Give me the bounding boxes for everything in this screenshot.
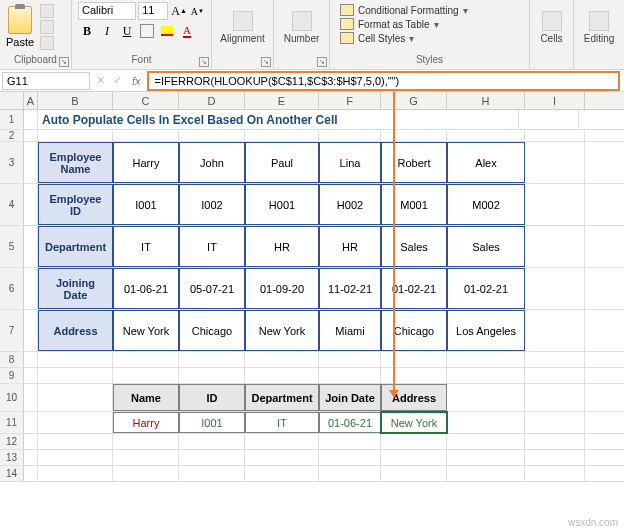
table-cell[interactable]: Harry — [113, 142, 179, 183]
conditional-formatting-button[interactable]: Conditional Formatting▾ — [340, 4, 519, 16]
table-cell[interactable]: 01-02-21 — [447, 268, 525, 309]
table-cell[interactable]: Los Angeles — [447, 310, 525, 351]
alignment-icon[interactable] — [233, 11, 253, 31]
clipboard-launcher[interactable]: ↘ — [59, 57, 69, 67]
name-box[interactable]: G11 — [2, 72, 90, 90]
row-header-2[interactable]: 2 — [0, 130, 24, 141]
format-as-table-button[interactable]: Format as Table▾ — [340, 18, 519, 30]
col-header-F[interactable]: F — [319, 92, 381, 109]
lookup-address[interactable]: New York — [381, 412, 447, 433]
fill-color-button[interactable] — [158, 22, 176, 40]
enter-icon[interactable]: ✓ — [109, 74, 126, 87]
table-cell[interactable]: New York — [245, 310, 319, 351]
col-header-A[interactable]: A — [24, 92, 38, 109]
table-cell[interactable]: IT — [179, 226, 245, 267]
table-cell[interactable]: HR — [319, 226, 381, 267]
cells-icon[interactable] — [542, 11, 562, 31]
table-cell[interactable]: I002 — [179, 184, 245, 225]
table-cell[interactable]: 11-02-21 — [319, 268, 381, 309]
underline-button[interactable]: U — [118, 22, 136, 40]
table-cell[interactable]: New York — [113, 310, 179, 351]
lookup-header[interactable]: Department — [245, 384, 319, 411]
lookup-name[interactable]: Harry — [113, 412, 179, 433]
row-header-10[interactable]: 10 — [0, 384, 24, 411]
lookup-header[interactable]: Name — [113, 384, 179, 411]
bold-button[interactable]: B — [78, 22, 96, 40]
cell[interactable] — [24, 130, 38, 141]
table-cell[interactable]: HR — [245, 226, 319, 267]
table-cell[interactable]: Robert — [381, 142, 447, 183]
font-launcher[interactable]: ↘ — [199, 57, 209, 67]
row-header-1[interactable]: 1 — [0, 110, 24, 129]
table-cell[interactable]: 05-07-21 — [179, 268, 245, 309]
border-button[interactable] — [140, 24, 154, 38]
table-cell[interactable]: 01-06-21 — [113, 268, 179, 309]
table-cell[interactable]: Lina — [319, 142, 381, 183]
page-title[interactable]: Auto Populate Cells In Excel Based On An… — [38, 110, 519, 129]
table-cell[interactable]: M001 — [381, 184, 447, 225]
table-row-header[interactable]: Employee ID — [38, 184, 113, 225]
cancel-icon[interactable]: ✕ — [92, 74, 109, 87]
grow-font-button[interactable]: A▲ — [170, 2, 188, 20]
row-header-13[interactable]: 13 — [0, 450, 24, 465]
lookup-department[interactable]: IT — [245, 412, 319, 433]
col-header-E[interactable]: E — [245, 92, 319, 109]
row-header-4[interactable]: 4 — [0, 184, 24, 225]
table-row-header[interactable]: Employee Name — [38, 142, 113, 183]
shrink-font-button[interactable]: A▼ — [190, 2, 205, 20]
row-header-5[interactable]: 5 — [0, 226, 24, 267]
alignment-launcher[interactable]: ↘ — [261, 57, 271, 67]
table-cell[interactable]: Miami — [319, 310, 381, 351]
col-header-B[interactable]: B — [38, 92, 113, 109]
row-header-12[interactable]: 12 — [0, 434, 24, 449]
number-icon[interactable] — [292, 11, 312, 31]
cell-styles-button[interactable]: Cell Styles▾ — [340, 32, 519, 44]
paste-button[interactable]: Paste — [6, 6, 34, 48]
table-cell[interactable]: Paul — [245, 142, 319, 183]
copy-icon[interactable] — [40, 20, 54, 34]
formula-bar[interactable]: =IFERROR(HLOOKUP($C$11,$C$3:$H$7,5,0),""… — [147, 71, 620, 91]
table-cell[interactable]: H002 — [319, 184, 381, 225]
cut-icon[interactable] — [40, 4, 54, 18]
col-header-I[interactable]: I — [525, 92, 585, 109]
col-header-C[interactable]: C — [113, 92, 179, 109]
row-header-6[interactable]: 6 — [0, 268, 24, 309]
font-color-button[interactable]: A — [178, 22, 196, 40]
format-painter-icon[interactable] — [40, 36, 54, 50]
cell[interactable] — [24, 110, 38, 129]
table-cell[interactable]: Sales — [381, 226, 447, 267]
row-header-7[interactable]: 7 — [0, 310, 24, 351]
row-header-14[interactable]: 14 — [0, 466, 24, 481]
lookup-joindate[interactable]: 01-06-21 — [319, 412, 381, 433]
row-header-11[interactable]: 11 — [0, 412, 24, 433]
font-size-select[interactable]: 11 — [138, 2, 168, 20]
italic-button[interactable]: I — [98, 22, 116, 40]
select-all-corner[interactable] — [0, 92, 24, 109]
lookup-id[interactable]: I001 — [179, 412, 245, 433]
font-name-select[interactable]: Calibri — [78, 2, 136, 20]
col-header-G[interactable]: G — [381, 92, 447, 109]
table-cell[interactable]: Sales — [447, 226, 525, 267]
editing-icon[interactable] — [589, 11, 609, 31]
row-header-3[interactable]: 3 — [0, 142, 24, 183]
table-cell[interactable]: M002 — [447, 184, 525, 225]
table-cell[interactable]: 01-02-21 — [381, 268, 447, 309]
lookup-header[interactable]: ID — [179, 384, 245, 411]
table-row-header[interactable]: Department — [38, 226, 113, 267]
cell[interactable] — [519, 110, 579, 129]
table-cell[interactable]: Alex — [447, 142, 525, 183]
col-header-D[interactable]: D — [179, 92, 245, 109]
table-cell[interactable]: John — [179, 142, 245, 183]
table-cell[interactable]: IT — [113, 226, 179, 267]
table-cell[interactable]: Chicago — [179, 310, 245, 351]
table-row-header[interactable]: Joining Date — [38, 268, 113, 309]
table-row-header[interactable]: Address — [38, 310, 113, 351]
table-cell[interactable]: H001 — [245, 184, 319, 225]
row-header-8[interactable]: 8 — [0, 352, 24, 367]
col-header-H[interactable]: H — [447, 92, 525, 109]
lookup-header[interactable]: Join Date — [319, 384, 381, 411]
number-launcher[interactable]: ↘ — [317, 57, 327, 67]
table-cell[interactable]: I001 — [113, 184, 179, 225]
table-cell[interactable]: Chicago — [381, 310, 447, 351]
table-cell[interactable]: 01-09-20 — [245, 268, 319, 309]
